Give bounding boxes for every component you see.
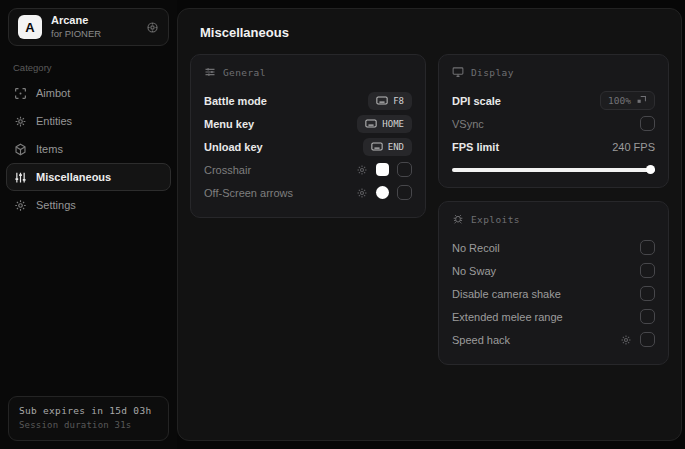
crosshair-checkbox[interactable] <box>397 162 412 177</box>
speed-hack-checkbox[interactable] <box>640 332 655 347</box>
setting-label: FPS limit <box>452 141 499 153</box>
setting-label: No Recoil <box>452 242 500 254</box>
extended-melee-range-checkbox[interactable] <box>640 309 655 324</box>
setting-row-menu-key: Menu key HOME <box>204 112 412 135</box>
keybind-value: END <box>388 142 404 152</box>
setting-label: VSync <box>452 118 484 130</box>
gear-icon <box>14 199 27 212</box>
setting-row-dpi-scale: DPI scale 100% <box>452 89 655 112</box>
offscreen-arrows-checkbox[interactable] <box>397 185 412 200</box>
exploits-panel: Exploits No Recoil No Sway Disable camer… <box>438 201 669 365</box>
setting-row-no-recoil: No Recoil <box>452 236 655 259</box>
setting-label: No Sway <box>452 265 496 277</box>
sliders-vertical-icon <box>14 171 27 184</box>
general-panel: General Battle mode <box>190 54 426 218</box>
setting-label: Crosshair <box>204 164 251 176</box>
setting-row-disable-camera-shake: Disable camera shake <box>452 282 655 305</box>
setting-label: Speed hack <box>452 334 510 346</box>
setting-row-offscreen-arrows: Off-Screen arrows <box>204 181 412 204</box>
brand-text: Arcane for PIONER <box>51 14 137 40</box>
disable-camera-shake-checkbox[interactable] <box>640 286 655 301</box>
keybind-value: HOME <box>382 119 404 129</box>
setting-row-fps-limit: FPS limit 240 FPS <box>452 135 655 158</box>
settings-icon[interactable] <box>146 21 159 34</box>
setting-row-vsync: VSync <box>452 112 655 135</box>
display-panel: Display DPI scale 100% <box>438 54 669 188</box>
setting-label: Menu key <box>204 118 254 130</box>
panel-title: Display <box>471 67 514 78</box>
fps-limit-slider[interactable] <box>452 165 655 174</box>
setting-label: DPI scale <box>452 95 501 107</box>
scale-icon <box>636 95 647 106</box>
keybind-value: F8 <box>393 96 404 106</box>
subscription-info: Sub expires in 15d 03h Session duration … <box>8 396 169 441</box>
session-duration-text: Session duration 31s <box>19 419 158 433</box>
panel-title: General <box>223 67 266 78</box>
keyboard-icon <box>376 96 388 105</box>
menu-key-keybind-button[interactable]: HOME <box>357 115 412 133</box>
setting-label: Disable camera shake <box>452 288 561 300</box>
setting-row-unload-key: Unload key END <box>204 135 412 158</box>
main-content: Miscellaneous <box>177 8 682 441</box>
category-label: Category <box>13 62 169 73</box>
dpi-scale-button[interactable]: 100% <box>600 91 655 110</box>
sidebar-item-label: Entities <box>36 115 72 127</box>
no-recoil-checkbox[interactable] <box>640 240 655 255</box>
fps-limit-value: 240 FPS <box>612 141 655 153</box>
unload-key-keybind-button[interactable]: END <box>363 138 412 156</box>
app-logo: A <box>18 15 42 39</box>
offscreen-arrows-color-swatch[interactable] <box>376 186 389 199</box>
slider-fill <box>452 168 655 172</box>
sidebar-item-label: Settings <box>36 199 76 211</box>
crosshair-config-gear-icon[interactable] <box>356 164 368 176</box>
page-title: Miscellaneous <box>200 25 669 40</box>
sidebar-item-entities[interactable]: Entities <box>6 107 171 135</box>
setting-label: Battle mode <box>204 95 267 107</box>
arcane-app-window: A Arcane for PIONER Category <box>0 0 685 449</box>
panel-title: Exploits <box>471 214 520 225</box>
slider-thumb[interactable] <box>646 165 655 174</box>
sidebar-item-aimbot[interactable]: Aimbot <box>6 79 171 107</box>
sidebar-item-items[interactable]: Items <box>6 135 171 163</box>
sidebar-item-miscellaneous[interactable]: Miscellaneous <box>6 163 171 191</box>
sidebar: A Arcane for PIONER Category <box>0 0 177 449</box>
setting-label: Unload key <box>204 141 263 153</box>
offscreen-arrows-config-gear-icon[interactable] <box>356 187 368 199</box>
cube-icon <box>14 143 27 156</box>
speed-hack-config-gear-icon[interactable] <box>620 334 632 346</box>
setting-row-extended-melee-range: Extended melee range <box>452 305 655 328</box>
sidebar-nav: Aimbot Entities <box>8 79 169 219</box>
battle-mode-keybind-button[interactable]: F8 <box>368 92 412 110</box>
sub-expiry-text: Sub expires in 15d 03h <box>19 404 158 418</box>
bug-icon <box>452 213 464 225</box>
setting-label: Extended melee range <box>452 311 563 323</box>
dpi-scale-value: 100% <box>608 95 631 106</box>
keyboard-icon <box>371 142 383 151</box>
vsync-checkbox[interactable] <box>640 116 655 131</box>
setting-row-crosshair: Crosshair <box>204 158 412 181</box>
sidebar-item-settings[interactable]: Settings <box>6 191 171 219</box>
setting-label: Off-Screen arrows <box>204 187 293 199</box>
viewfinder-icon <box>14 87 27 100</box>
entities-icon <box>14 115 27 128</box>
keyboard-icon <box>365 119 377 128</box>
setting-row-no-sway: No Sway <box>452 259 655 282</box>
setting-row-speed-hack: Speed hack <box>452 328 655 351</box>
setting-row-battle-mode: Battle mode F8 <box>204 89 412 112</box>
monitor-icon <box>452 66 464 78</box>
sidebar-item-label: Items <box>36 143 63 155</box>
crosshair-color-swatch[interactable] <box>376 163 389 176</box>
sidebar-item-label: Aimbot <box>36 87 70 99</box>
sliders-horizontal-icon <box>204 66 216 78</box>
sidebar-item-label: Miscellaneous <box>36 171 111 183</box>
app-subtitle: for PIONER <box>51 28 137 40</box>
no-sway-checkbox[interactable] <box>640 263 655 278</box>
app-name: Arcane <box>51 14 137 28</box>
brand-card: A Arcane for PIONER <box>8 8 169 46</box>
